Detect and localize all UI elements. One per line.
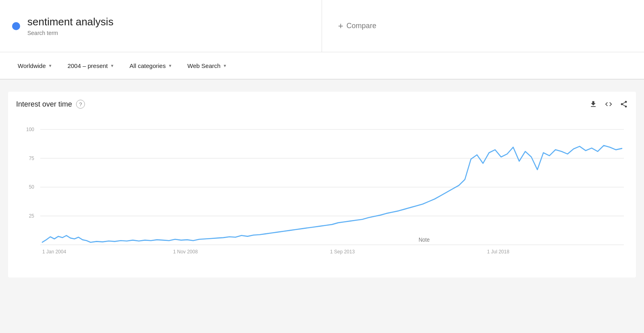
location-filter-label: Worldwide xyxy=(18,62,46,69)
top-bar: sentiment analysis Search term + Compare xyxy=(0,0,644,52)
search-type-filter[interactable]: Web Search ▼ xyxy=(182,59,233,72)
main-content: Interest over time ? xyxy=(0,80,644,286)
chart-container: 100 75 50 25 1 Jan 2004 1 Nov 2008 1 Sep… xyxy=(16,117,628,269)
time-filter[interactable]: 2004 – present ▼ xyxy=(62,59,120,72)
chart-actions xyxy=(589,100,628,108)
embed-icon xyxy=(605,100,613,108)
svg-text:1 Nov 2008: 1 Nov 2008 xyxy=(173,249,198,255)
location-chevron-icon: ▼ xyxy=(48,64,52,68)
location-filter[interactable]: Worldwide ▼ xyxy=(12,59,58,72)
time-chevron-icon: ▼ xyxy=(110,64,114,68)
svg-text:50: 50 xyxy=(29,184,34,190)
help-icon[interactable]: ? xyxy=(76,100,85,109)
download-icon xyxy=(589,100,597,108)
chart-card: Interest over time ? xyxy=(8,92,636,278)
search-type-chevron-icon: ▼ xyxy=(223,64,227,68)
search-term-text: sentiment analysis Search term xyxy=(27,16,114,36)
search-term-dot xyxy=(12,22,20,30)
chart-header: Interest over time ? xyxy=(16,100,628,109)
svg-text:1 Jan 2004: 1 Jan 2004 xyxy=(42,249,66,255)
svg-text:1 Jul 2018: 1 Jul 2018 xyxy=(487,249,509,255)
svg-text:100: 100 xyxy=(26,127,34,132)
search-type-filter-label: Web Search xyxy=(188,62,221,69)
filters-bar: Worldwide ▼ 2004 – present ▼ All categor… xyxy=(0,52,644,80)
chart-svg: 100 75 50 25 1 Jan 2004 1 Nov 2008 1 Sep… xyxy=(16,117,628,269)
time-filter-label: 2004 – present xyxy=(68,62,108,69)
search-term-title: sentiment analysis xyxy=(27,16,114,28)
embed-button[interactable] xyxy=(605,100,613,108)
category-filter-label: All categories xyxy=(130,62,166,69)
svg-text:75: 75 xyxy=(29,155,34,161)
search-term-type: Search term xyxy=(27,30,114,36)
svg-text:25: 25 xyxy=(29,213,34,219)
svg-text:1 Sep 2013: 1 Sep 2013 xyxy=(330,249,355,255)
download-button[interactable] xyxy=(589,100,597,108)
svg-text:Note: Note xyxy=(419,237,429,243)
compare-button[interactable]: + Compare xyxy=(338,21,376,31)
chart-title-row: Interest over time ? xyxy=(16,100,85,109)
category-filter[interactable]: All categories ▼ xyxy=(124,59,178,72)
search-term-section: sentiment analysis Search term xyxy=(0,0,322,52)
compare-label: Compare xyxy=(347,22,376,30)
compare-section: + Compare xyxy=(322,0,644,52)
category-chevron-icon: ▼ xyxy=(168,64,172,68)
plus-icon: + xyxy=(338,21,343,31)
share-button[interactable] xyxy=(620,100,628,108)
share-icon xyxy=(620,100,628,108)
chart-title: Interest over time xyxy=(16,100,72,109)
